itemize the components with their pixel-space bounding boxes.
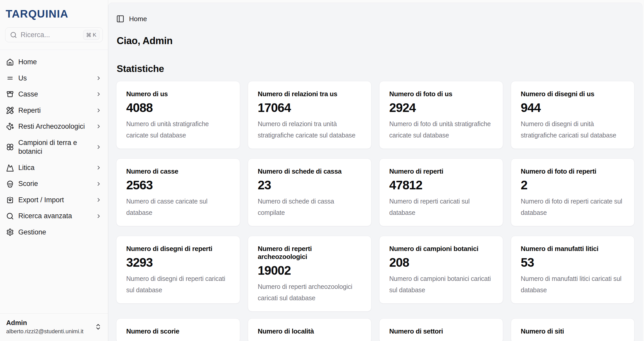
sidebar-item-home[interactable]: Home	[4, 55, 104, 69]
stat-card-title: Numero di foto di us	[389, 90, 493, 98]
stat-card-description: Numero di campioni botanici caricati sul…	[389, 273, 493, 296]
chevron-right-icon	[96, 144, 102, 150]
stat-card-title: Numero di reperti	[389, 167, 493, 175]
stat-card: Numero di foto di reperti 2 Numero di fo…	[511, 158, 635, 226]
sidebar-item-label: Campioni di terra e botanici	[18, 138, 91, 156]
stat-card-title: Numero di relazioni tra us	[258, 90, 362, 98]
search-shortcut-badge: K	[83, 30, 99, 40]
sidebar-item-us[interactable]: Us	[4, 71, 104, 85]
sidebar-item-label: Scorie	[18, 179, 91, 188]
stat-card-value: 2563	[126, 178, 230, 192]
chevron-right-icon	[96, 123, 102, 129]
stat-card-value: 2	[521, 178, 625, 192]
stat-card-value: 17064	[258, 101, 362, 115]
sidebar-toggle-button[interactable]	[116, 15, 124, 23]
stat-card-value: 19002	[258, 264, 362, 277]
stat-card: Numero di disegni di us 944 Numero di di…	[511, 81, 635, 149]
stat-card: Numero di località	[248, 318, 372, 341]
archive-box-icon	[6, 90, 14, 98]
stat-card-description: Numero di foto di unità stratigrafiche c…	[389, 118, 493, 141]
stat-card-title: Numero di us	[126, 90, 230, 98]
stat-card-description: Numero di disegni di unità stratigrafich…	[521, 118, 625, 141]
stat-card-title: Numero di foto di reperti	[521, 167, 625, 175]
sidebar: TARQUINIA Ricerca... K Home Us Casse Rep…	[0, 0, 108, 341]
stat-card-title: Numero di scorie	[126, 327, 230, 335]
gear-icon	[6, 228, 14, 236]
import-icon	[6, 196, 14, 204]
rows-icon	[6, 74, 14, 82]
chevron-right-icon	[96, 165, 102, 171]
stat-card-title: Numero di campioni botanici	[389, 245, 493, 253]
sidebar-item-export-import[interactable]: Export / Import	[4, 193, 104, 207]
stat-card-title: Numero di casse	[126, 167, 230, 175]
main-area: Home Ciao, Admin Statistiche Numero di u…	[108, 0, 644, 341]
sidebar-nav: Home Us Casse Reperti Resti Archeozoolog…	[0, 50, 108, 313]
stat-card-description: Numero di reperti archeozoologici carica…	[258, 281, 362, 304]
stat-card: Numero di us 4088 Numero di unità strati…	[116, 81, 240, 149]
search-icon	[6, 212, 14, 220]
sidebar-item-casse[interactable]: Casse	[4, 87, 104, 101]
sidebar-item-label: Litica	[18, 163, 91, 172]
stat-card-value: 208	[389, 256, 493, 269]
search-shortcut-key: K	[93, 32, 96, 38]
sidebar-item-scorie[interactable]: Scorie	[4, 177, 104, 191]
stat-card-title: Numero di disegni di us	[521, 90, 625, 98]
sidebar-item-label: Gestione	[18, 228, 102, 237]
stat-card-description: Numero di casse caricate sul database	[126, 196, 230, 218]
stat-card-title: Numero di reperti archeozoologici	[258, 245, 362, 261]
sidebar-item-litica[interactable]: Litica	[4, 161, 104, 175]
stat-card-title: Numero di schede di cassa	[258, 167, 362, 175]
sidebar-item-campioni-di-terra-e-botanici[interactable]: Campioni di terra e botanici	[4, 136, 104, 159]
user-info: Admin alberto.rizzi2@studenti.unimi.it	[6, 319, 91, 335]
stat-card: Numero di foto di us 2924 Numero di foto…	[379, 81, 503, 149]
search-icon	[10, 31, 17, 38]
stat-card-description: Numero di schede di cassa compilate	[258, 196, 362, 218]
command-icon	[86, 33, 91, 37]
sidebar-item-label: Export / Import	[18, 196, 91, 205]
breadcrumb: Home	[116, 3, 634, 23]
stat-card: Numero di relazioni tra us 17064 Numero …	[248, 81, 372, 149]
sidebar-item-reperti[interactable]: Reperti	[4, 103, 104, 118]
sidebar-item-ricerca-avanzata[interactable]: Ricerca avanzata	[4, 209, 104, 223]
stat-card: Numero di settori	[379, 318, 503, 341]
stat-card: Numero di scorie	[116, 318, 240, 341]
sidebar-item-gestione[interactable]: Gestione	[4, 225, 104, 239]
sidebar-item-label: Home	[18, 58, 102, 67]
stat-card-value: 47812	[389, 178, 493, 192]
stat-card-value: 944	[521, 101, 625, 115]
stat-card-title: Numero di località	[258, 327, 362, 335]
sidebar-item-label: Resti Archeozoologici	[18, 122, 91, 131]
stat-card-description: Numero di foto di reperti caricate sul d…	[521, 196, 625, 218]
chevrons-up-down-icon	[95, 323, 102, 330]
chevron-right-icon	[96, 181, 102, 187]
stat-card: Numero di disegni di reperti 3293 Numero…	[116, 236, 240, 304]
stat-card-description: Numero di reperti caricati sul database	[389, 196, 493, 218]
stat-card: Numero di manufatti litici 53 Numero di …	[511, 236, 635, 304]
chevron-right-icon	[96, 107, 102, 113]
stat-card-value: 3293	[126, 256, 230, 269]
user-menu[interactable]: Admin alberto.rizzi2@studenti.unimi.it	[0, 313, 108, 341]
stat-card: Numero di reperti archeozoologici 19002 …	[248, 236, 372, 312]
search-input[interactable]: Ricerca... K	[5, 27, 103, 42]
user-email: alberto.rizzi2@studenti.unimi.it	[6, 328, 91, 335]
page-greeting: Ciao, Admin	[117, 35, 634, 46]
chevron-right-icon	[96, 91, 102, 97]
stat-card-description: Numero di manufatti litici caricati sul …	[521, 273, 625, 296]
home-icon	[6, 58, 14, 66]
user-name: Admin	[6, 319, 91, 327]
stats-section-title: Statistiche	[117, 63, 634, 74]
stat-card-title: Numero di manufatti litici	[521, 245, 625, 253]
stat-card-title: Numero di settori	[389, 327, 493, 335]
app-logo[interactable]: TARQUINIA	[6, 8, 103, 20]
stat-card-description: Numero di unità stratigrafiche caricate …	[126, 118, 230, 141]
mountain-icon	[6, 164, 14, 172]
stats-grid: Numero di us 4088 Numero di unità strati…	[116, 81, 634, 341]
sidebar-item-label: Us	[18, 74, 91, 83]
stat-card-value: 2924	[389, 101, 493, 115]
stat-card-description: Numero di relazioni tra unità stratigraf…	[258, 118, 362, 141]
sidebar-item-resti-archeozoologici[interactable]: Resti Archeozoologici	[4, 119, 104, 134]
stat-card-title: Numero di siti	[521, 327, 625, 335]
main-panel: Home Ciao, Admin Statistiche Numero di u…	[108, 3, 642, 341]
stat-card: Numero di campioni botanici 208 Numero d…	[379, 236, 503, 304]
paw-print-icon	[6, 123, 14, 130]
